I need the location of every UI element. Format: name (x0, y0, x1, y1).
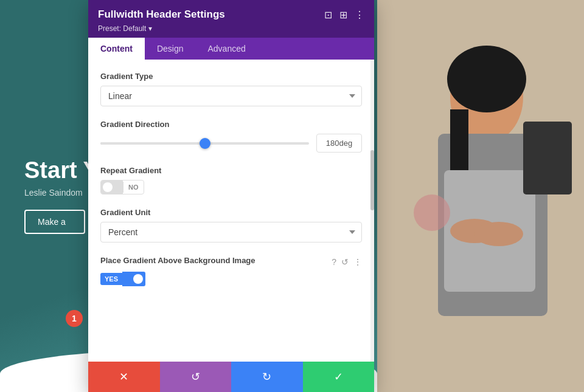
panel-footer: ✕ ↺ ↻ ✓ (88, 362, 374, 392)
repeat-gradient-field: Repeat Gradient NO (100, 166, 362, 194)
notification-badge: 1 (66, 310, 83, 327)
panel-title: Fullwidth Header Settings (98, 9, 225, 21)
redo-icon: ↻ (262, 370, 271, 383)
more-small-icon[interactable]: ⋮ (353, 257, 362, 267)
svg-point-7 (474, 222, 523, 246)
toggle-track[interactable] (101, 181, 123, 194)
photo-svg (377, 0, 584, 392)
more-options-icon[interactable]: ⋮ (355, 9, 364, 21)
above-bg-row: Place Gradient Above Background Image ? … (100, 256, 362, 267)
question-icon[interactable]: ? (332, 257, 336, 267)
degree-input[interactable] (316, 134, 362, 153)
repeat-toggle[interactable]: NO (100, 180, 144, 194)
direction-row (100, 134, 362, 153)
save-icon: ✓ (334, 370, 343, 383)
svg-rect-9 (523, 122, 572, 194)
tab-design[interactable]: Design (145, 38, 196, 60)
slider-track (100, 142, 309, 145)
preset-label: Preset: Default (98, 24, 146, 33)
redo-button[interactable]: ↻ (231, 362, 303, 392)
reset-small-icon[interactable]: ↺ (341, 257, 349, 267)
gradient-unit-field: Gradient Unit Percent Pixels (100, 208, 362, 242)
reset-button[interactable]: ↺ (160, 362, 232, 392)
yes-track[interactable] (122, 272, 145, 286)
toggle-no-label: NO (123, 182, 144, 193)
cta-button[interactable]: Make a (24, 210, 85, 234)
gradient-unit-select[interactable]: Percent Pixels (100, 222, 362, 242)
reset-icon: ↺ (191, 370, 200, 383)
save-button[interactable]: ✓ (303, 362, 375, 392)
scrollbar-thumb[interactable] (370, 150, 374, 210)
panel-body: Gradient Type Linear Radial Conic Gradie… (88, 60, 374, 362)
gradient-direction-label: Gradient Direction (100, 120, 362, 129)
cancel-button[interactable]: ✕ (88, 362, 160, 392)
repeat-gradient-label: Repeat Gradient (100, 166, 362, 175)
expand-icon[interactable]: ⊡ (324, 9, 332, 21)
gradient-direction-field: Gradient Direction (100, 120, 362, 153)
columns-icon[interactable]: ⊞ (339, 9, 347, 21)
slider-fill (100, 142, 205, 145)
gradient-type-select[interactable]: Linear Radial Conic (100, 86, 362, 106)
badge-value: 1 (72, 314, 77, 323)
yes-toggle[interactable]: YES (100, 272, 362, 286)
above-bg-icons: ? ↺ ⋮ (332, 256, 362, 267)
above-bg-label: Place Gradient Above Background Image (100, 256, 332, 265)
panel-preset[interactable]: Preset: Default ▾ (98, 24, 364, 33)
above-bg-label-group: Place Gradient Above Background Image (100, 256, 332, 265)
gradient-type-label: Gradient Type (100, 72, 362, 81)
slider-knob[interactable] (200, 138, 210, 149)
gradient-unit-label: Gradient Unit (100, 208, 362, 217)
preset-arrow: ▾ (148, 24, 152, 33)
toggle-thumb (103, 182, 113, 192)
yes-label: YES (100, 273, 122, 285)
panel-header-icons: ⊡ ⊞ ⋮ (324, 9, 364, 21)
tab-content[interactable]: Content (88, 38, 145, 60)
gradient-type-field: Gradient Type Linear Radial Conic (100, 72, 362, 106)
panel-header: Fullwidth Header Settings ⊡ ⊞ ⋮ Preset: … (88, 0, 374, 38)
slider-container (100, 137, 309, 150)
panel-header-top: Fullwidth Header Settings ⊡ ⊞ ⋮ (98, 9, 364, 21)
svg-point-3 (447, 46, 526, 112)
page-right-photo (377, 0, 584, 392)
svg-point-8 (414, 194, 450, 231)
panel-tabs: Content Design Advanced (88, 38, 374, 60)
place-gradient-above-field: Place Gradient Above Background Image ? … (100, 256, 362, 286)
yes-thumb (133, 274, 143, 284)
settings-panel: Fullwidth Header Settings ⊡ ⊞ ⋮ Preset: … (88, 0, 374, 392)
settings-panel-overlay: Fullwidth Header Settings ⊡ ⊞ ⋮ Preset: … (88, 0, 374, 392)
cancel-icon: ✕ (119, 370, 128, 383)
tab-advanced[interactable]: Advanced (195, 38, 257, 60)
scrollbar[interactable] (370, 60, 374, 362)
toggle-row: NO (100, 180, 362, 194)
